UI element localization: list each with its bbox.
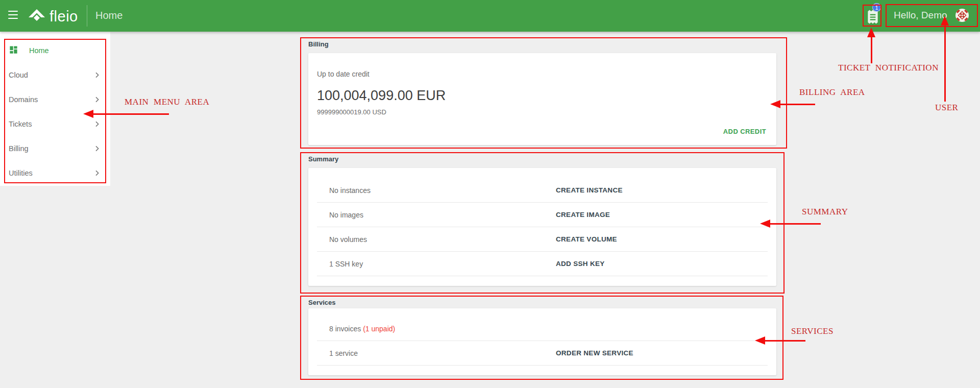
credit-amount-usd: 999999000019.00 USD xyxy=(317,108,776,116)
sidebar-item-label: Cloud xyxy=(9,71,28,79)
row-label: No volumes xyxy=(329,235,367,244)
annotation-label-billing: BILLING AREA xyxy=(799,87,865,98)
create-instance-link[interactable]: CREATE INSTANCE xyxy=(556,186,623,194)
summary-row-images: No images CREATE IMAGE xyxy=(317,203,768,227)
sidebar-item-tickets[interactable]: Tickets xyxy=(0,112,110,136)
chevron-right-icon xyxy=(93,169,101,177)
header-divider xyxy=(87,5,87,27)
services-row-service: 1 service ORDER NEW SERVICE xyxy=(317,341,768,366)
services-row-invoices: 8 invoices (1 unpaid) xyxy=(317,317,768,341)
billing-section-title: Billing xyxy=(308,40,329,48)
ticket-notification-badge: 1 xyxy=(872,3,881,12)
summary-row-ssh: 1 SSH key ADD SSH KEY xyxy=(317,252,768,276)
sidebar-item-utilities[interactable]: Utilities xyxy=(0,161,110,185)
order-new-service-link[interactable]: ORDER NEW SERVICE xyxy=(556,349,633,357)
credit-amount-eur: 100,004,099.00 EUR xyxy=(317,88,776,104)
sidebar-item-label: Domains xyxy=(9,95,38,104)
page-title: Home xyxy=(95,10,122,21)
add-credit-button[interactable]: ADD CREDIT xyxy=(719,125,770,138)
summary-row-volumes: No volumes CREATE VOLUME xyxy=(317,227,768,252)
chevron-right-icon xyxy=(93,120,101,128)
dashboard-icon xyxy=(9,45,18,56)
chevron-right-icon xyxy=(93,144,101,153)
main-menu: Home Cloud Domains Tickets Billing xyxy=(0,32,110,186)
summary-card: No instances CREATE INSTANCE No images C… xyxy=(308,168,776,286)
fleio-logo-icon xyxy=(28,7,46,26)
create-volume-link[interactable]: CREATE VOLUME xyxy=(556,235,617,243)
credit-label: Up to date credit xyxy=(317,70,776,78)
chevron-right-icon xyxy=(93,95,101,104)
services-card: 8 invoices (1 unpaid) 1 service ORDER NE… xyxy=(308,308,776,375)
sidebar-item-label: Utilities xyxy=(9,169,33,177)
brand-name: fleio xyxy=(50,8,78,25)
row-label: 1 service xyxy=(329,349,358,357)
annotation-label-ticket: TICKET NOTIFICATION xyxy=(838,63,939,73)
annotation-label-user: USER xyxy=(935,103,958,113)
summary-section-title: Summary xyxy=(308,155,338,163)
annotation-label-summary: SUMMARY xyxy=(802,207,848,217)
add-ssh-key-link[interactable]: ADD SSH KEY xyxy=(556,260,605,268)
create-image-link[interactable]: CREATE IMAGE xyxy=(556,211,610,219)
chevron-right-icon xyxy=(93,71,101,79)
fleio-dashboard: fleio Home 1 Hello, Demo xyxy=(0,0,980,388)
app-header: fleio Home 1 Hello, Demo xyxy=(0,0,980,32)
row-label: 1 SSH key xyxy=(329,260,363,268)
annotation-arrow-ticket xyxy=(867,28,875,63)
unpaid-note: (1 unpaid) xyxy=(363,325,395,333)
billing-card: Up to date credit 100,004,099.00 EUR 999… xyxy=(308,53,776,145)
annotation-arrow-billing xyxy=(770,100,815,108)
row-label: 8 invoices (1 unpaid) xyxy=(329,325,395,333)
row-label: No instances xyxy=(329,186,371,195)
sidebar-item-label: Billing xyxy=(9,144,29,153)
user-menu[interactable]: Hello, Demo xyxy=(894,10,947,21)
sidebar-item-label: Tickets xyxy=(9,120,32,128)
ticket-document-icon xyxy=(866,17,879,26)
language-globe-icon[interactable] xyxy=(955,8,969,22)
services-section-title: Services xyxy=(308,299,336,306)
sidebar-item-billing[interactable]: Billing xyxy=(0,136,110,161)
summary-row-instances: No instances CREATE INSTANCE xyxy=(317,178,768,203)
sidebar-item-label: Home xyxy=(29,46,49,55)
invoices-count: 8 invoices xyxy=(329,325,361,333)
row-label: No images xyxy=(329,211,363,219)
sidebar-item-cloud[interactable]: Cloud xyxy=(0,63,110,87)
brand-logo[interactable]: fleio xyxy=(28,7,78,26)
sidebar-item-home[interactable]: Home xyxy=(0,38,110,63)
sidebar-item-domains[interactable]: Domains xyxy=(0,87,110,112)
ticket-notification-button[interactable] xyxy=(866,9,881,25)
hamburger-icon[interactable] xyxy=(8,11,18,21)
annotation-label-services: SERVICES xyxy=(791,326,834,336)
annotation-label-main-menu: MAIN MENU AREA xyxy=(125,97,209,107)
